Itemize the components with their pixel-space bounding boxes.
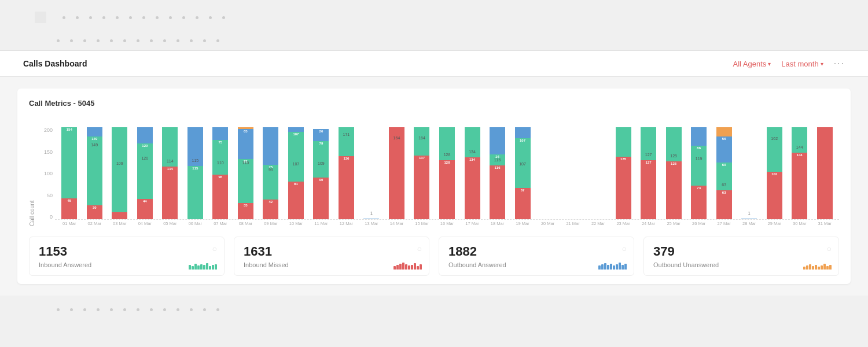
agents-filter-label: All Agents: [733, 60, 767, 68]
mini-bar: [189, 265, 191, 270]
nav-dot: [209, 16, 212, 19]
bar-segment: 63: [716, 190, 732, 219]
bar-segment: 86: [691, 146, 707, 186]
x-axis-label: 22 Mar: [586, 221, 610, 226]
bar-segment: 134: [465, 157, 480, 219]
nav-dot: [216, 308, 219, 311]
bar-segment-value: 75: [219, 141, 223, 144]
mini-bar: [393, 266, 396, 270]
bar-segment-value: 45: [67, 199, 71, 202]
agents-filter[interactable]: All Agents ▾: [733, 60, 771, 68]
bar-segment: 144: [792, 153, 807, 219]
metric-card: ○1631Inbound Missed: [234, 237, 429, 276]
x-axis-label: 24 Mar: [637, 221, 661, 226]
nav-dot: [76, 16, 79, 19]
nav-dot: [123, 308, 126, 311]
mini-bar: [194, 264, 197, 270]
bar-group: 12016312044: [133, 127, 157, 219]
nav-dot: [176, 39, 179, 42]
bar-group: 1165413224116: [486, 127, 510, 219]
mini-bar: [619, 263, 621, 270]
bar-segment-value: 81: [294, 182, 298, 186]
nav-dot: [222, 16, 225, 19]
x-axis-label: 29 Mar: [762, 221, 786, 226]
chart-title: Call Metrics - 5045: [29, 99, 839, 108]
bar-top-value: 109: [318, 161, 325, 165]
y-tick: 200: [44, 127, 53, 133]
bar-top-value: 109: [116, 161, 123, 165]
mini-bar: [815, 265, 817, 270]
mini-bar: [399, 264, 402, 270]
bar-group: 149429014930: [83, 127, 107, 219]
mini-chart-icon: [189, 263, 217, 270]
bar-segment: 56: [716, 136, 732, 163]
bar-segment: 35: [238, 203, 253, 219]
bar-segment: 30: [87, 205, 102, 219]
bar-segment-value: 128: [444, 161, 450, 164]
bar-group: 109170213: [108, 127, 132, 219]
nav-dot: [83, 39, 86, 42]
y-tick: 150: [44, 149, 53, 155]
mini-bar: [197, 265, 200, 270]
period-filter[interactable]: Last month ▾: [781, 60, 823, 68]
bar-segment: 102: [767, 172, 782, 219]
bar-segment-value: 73: [697, 186, 701, 190]
bar-group: 1629660162102: [762, 127, 786, 219]
bar-segment: 127: [641, 160, 656, 219]
y-tick: 100: [44, 171, 53, 176]
app-icon: [35, 12, 46, 23]
bar-top-value: 149: [91, 143, 98, 147]
bar-group: 6337566063: [712, 127, 736, 219]
metric-status-icon: ○: [212, 244, 217, 253]
nav-dot: [110, 39, 113, 42]
chevron-down-icon: ▾: [768, 61, 771, 67]
nav-dot: [150, 308, 153, 311]
x-axis-label: 20 Mar: [536, 221, 560, 226]
bar-top-value: 1: [748, 211, 751, 215]
x-axis-label: 01 Mar: [57, 221, 82, 226]
bar-group: 1272914386127: [637, 127, 661, 219]
bar-segment: 108: [263, 127, 278, 165]
metrics-row: ○1153Inbound Answered○1631Inbound Missed…: [29, 237, 839, 276]
bar-segment: 45: [61, 198, 77, 219]
nav-dot: [97, 308, 100, 311]
bar-group: 95361087542: [259, 127, 283, 219]
bar-segment: 73: [691, 186, 707, 219]
bar-top-value: 120: [141, 156, 148, 160]
bar-group: 1073013310767: [510, 127, 535, 219]
bar-segment-value: 42: [269, 200, 273, 204]
mini-bar: [812, 266, 814, 270]
bar-segment-value: 86: [697, 146, 701, 150]
bar-segment-value: 35: [244, 204, 248, 207]
mini-bar: [411, 265, 413, 270]
mini-bar: [420, 264, 422, 270]
mini-bar: [601, 264, 604, 270]
mini-bar: [803, 267, 806, 270]
more-options-button[interactable]: ···: [834, 58, 845, 69]
bar-segment: 26: [313, 129, 329, 141]
nav-dot: [116, 16, 119, 19]
bar-top-value: 95: [269, 168, 273, 172]
bar-segment-value: 125: [671, 162, 676, 165]
metric-value: 1153: [39, 244, 215, 259]
x-axis-label: 13 Mar: [359, 221, 384, 226]
bar-segment-value: 114: [167, 167, 173, 171]
x-axis-label: 12 Mar: [334, 221, 359, 226]
metric-card: ○1882Outbound Answered: [439, 237, 634, 276]
nav-dot: [102, 16, 105, 19]
mini-bar: [402, 263, 404, 270]
mini-bar: [598, 265, 601, 270]
bar-group: 1644787275: [385, 127, 409, 219]
mini-bar: [215, 264, 217, 270]
nav-dot: [137, 308, 139, 311]
x-axis-label: 21 Mar: [561, 221, 585, 226]
bar-top-value: 63: [722, 183, 726, 187]
nav-dot: [182, 16, 185, 19]
x-axis-label: 30 Mar: [788, 221, 812, 226]
y-axis-label: Call count: [29, 116, 35, 226]
bar-segment-value: 56: [722, 137, 726, 141]
bar-segment: 90: [87, 127, 102, 136]
bar-top-value: 134: [469, 150, 476, 154]
bar-segment-value: 154: [67, 128, 72, 131]
bar-segment-value: 96: [219, 175, 223, 179]
